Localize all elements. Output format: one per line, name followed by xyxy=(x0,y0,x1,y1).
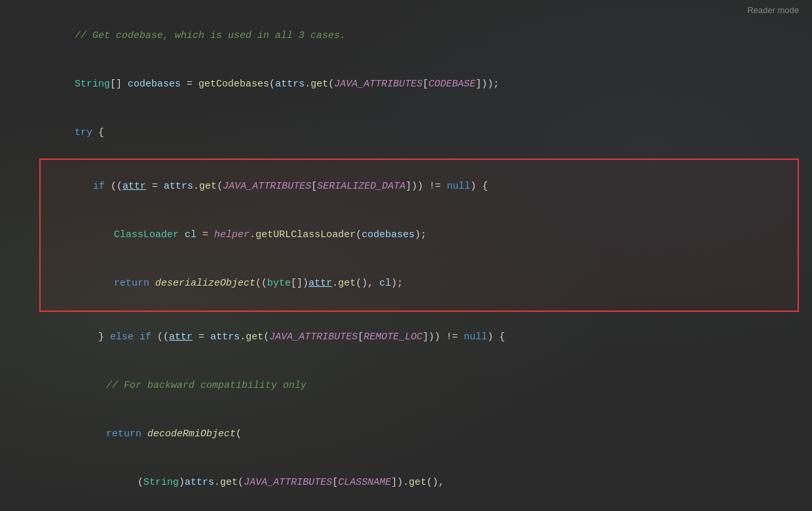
code-line: return deserializeObject((byte[])attr.ge… xyxy=(46,259,792,308)
code-line: return decodeRmiObject( xyxy=(39,410,799,459)
code-line: try { xyxy=(39,109,799,157)
reader-mode-label: Reader mode xyxy=(747,4,799,18)
code-content: // Get codebase, which is used in all 3 … xyxy=(0,7,812,511)
code-line: } else if ((attr = attrs.get(JAVA_ATTRIB… xyxy=(39,313,799,362)
code-line: (String)attr.get(), codebases); xyxy=(39,507,799,511)
code-line: // For backward compatibility only xyxy=(39,362,799,410)
comment-text: // Get codebase, which is used in all 3 … xyxy=(75,30,346,41)
keyword-token: try xyxy=(75,127,92,138)
code-line: String[] codebases = getCodebases(attrs.… xyxy=(39,60,799,109)
code-line: // Get codebase, which is used in all 3 … xyxy=(39,12,799,60)
code-line: (String)attrs.get(JAVA_ATTRIBUTES[CLASSN… xyxy=(39,459,799,507)
highlight-box-1: if ((attr = attrs.get(JAVA_ATTRIBUTES[SE… xyxy=(39,159,799,312)
code-line: ClassLoader cl = helper.getURLClassLoade… xyxy=(46,211,792,259)
type-token: String xyxy=(75,79,110,90)
code-line: if ((attr = attrs.get(JAVA_ATTRIBUTES[SE… xyxy=(46,162,792,211)
code-editor: Reader mode // Get codebase, which is us… xyxy=(0,0,812,511)
